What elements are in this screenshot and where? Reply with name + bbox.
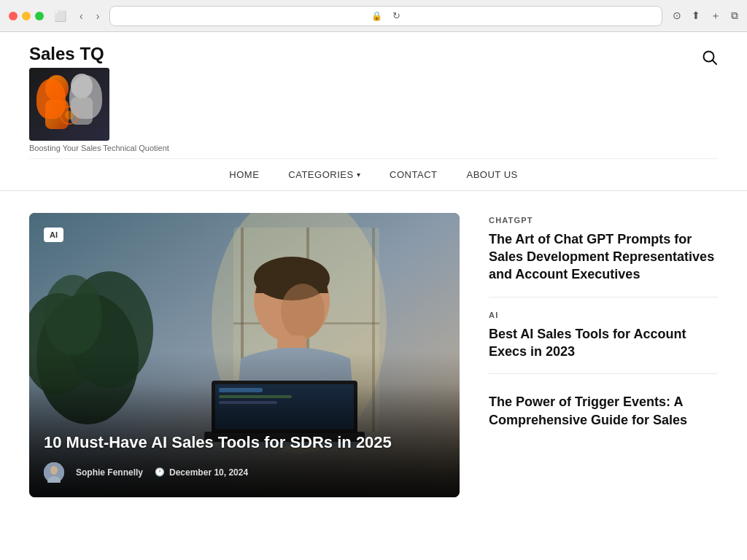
share-icon[interactable]: ⬆ xyxy=(692,9,700,23)
tabs-icon[interactable]: ⧉ xyxy=(731,9,738,23)
article-category-2: AI xyxy=(489,311,718,319)
svg-rect-26 xyxy=(215,384,354,429)
svg-rect-28 xyxy=(219,395,292,398)
svg-rect-0 xyxy=(29,68,109,141)
minimize-button[interactable] xyxy=(22,12,31,20)
back-button[interactable]: ‹ xyxy=(77,9,86,23)
featured-article[interactable]: AI 10 Must-Have AI Sales Tools for SDRs … xyxy=(29,213,460,497)
header-top: Sales TQ xyxy=(29,44,718,152)
article-title-1: The Art of Chat GPT Prompts for Sales De… xyxy=(489,230,718,284)
new-tab-icon[interactable]: ＋ xyxy=(711,9,721,23)
svg-line-8 xyxy=(713,61,717,65)
logo-tagline: Boosting Your Sales Technical Quotient xyxy=(29,144,169,152)
logo-area: Sales TQ xyxy=(29,44,169,152)
reload-icon[interactable]: ↻ xyxy=(392,10,400,21)
traffic-lights xyxy=(9,12,44,20)
sidebar-toggle-button[interactable]: ⬜ xyxy=(51,9,69,23)
forward-button[interactable]: › xyxy=(93,9,103,23)
author-name: Sophie Fennelly xyxy=(76,467,143,478)
date-meta: 🕐 December 10, 2024 xyxy=(155,467,248,478)
site-title[interactable]: Sales TQ xyxy=(29,44,104,65)
article-title-2: Best AI Sales Tools for Account Execs in… xyxy=(489,325,718,361)
svg-point-1 xyxy=(45,75,69,101)
nav-home[interactable]: HOME xyxy=(229,169,259,180)
downloads-icon[interactable]: ⊙ xyxy=(673,9,681,23)
featured-title: 10 Must-Have AI Sales Tools for SDRs in … xyxy=(44,432,392,454)
logo-svg xyxy=(29,68,109,141)
svg-point-32 xyxy=(50,466,58,475)
featured-meta: Sophie Fennelly 🕐 December 10, 2024 xyxy=(44,462,392,483)
sidebar-article-2[interactable]: AI Best AI Sales Tools for Account Execs… xyxy=(489,298,718,375)
security-icon: 🔒 xyxy=(371,11,382,21)
address-bar[interactable]: 🔒 ↻ xyxy=(109,6,662,26)
sidebar-articles: CHATGPT The Art of Chat GPT Prompts for … xyxy=(489,213,718,442)
logo-image[interactable] xyxy=(29,68,109,141)
svg-rect-25 xyxy=(212,381,357,433)
nav-categories[interactable]: CATEGORIES ▾ xyxy=(288,169,360,180)
site-header: Sales TQ xyxy=(0,32,747,191)
site-nav: HOME CATEGORIES ▾ CONTACT ABOUT US xyxy=(29,158,718,190)
main-content: AI 10 Must-Have AI Sales Tools for SDRs … xyxy=(0,191,747,519)
close-button[interactable] xyxy=(9,12,18,20)
svg-point-3 xyxy=(71,74,93,98)
svg-rect-4 xyxy=(71,97,93,125)
site-wrapper: Sales TQ xyxy=(0,32,747,560)
article-title-3: The Power of Trigger Events: A Comprehen… xyxy=(489,393,718,429)
maximize-button[interactable] xyxy=(35,12,44,20)
svg-rect-29 xyxy=(219,401,277,404)
browser-actions: ⊙ ⬆ ＋ ⧉ xyxy=(673,9,738,23)
featured-caption: 10 Must-Have AI Sales Tools for SDRs in … xyxy=(44,432,392,483)
svg-rect-27 xyxy=(219,388,263,392)
browser-chrome: ⬜ ‹ › 🔒 ↻ ⊙ ⬆ ＋ ⧉ xyxy=(0,0,747,32)
nav-about[interactable]: ABOUT US xyxy=(466,169,517,180)
sidebar-article-1[interactable]: CHATGPT The Art of Chat GPT Prompts for … xyxy=(489,213,718,298)
svg-point-6 xyxy=(65,111,74,120)
sidebar-article-3[interactable]: The Power of Trigger Events: A Comprehen… xyxy=(489,374,718,442)
featured-image: AI 10 Must-Have AI Sales Tools for SDRs … xyxy=(29,213,460,497)
featured-badge: AI xyxy=(44,228,63,242)
nav-contact[interactable]: CONTACT xyxy=(390,169,437,180)
article-category-1: CHATGPT xyxy=(489,216,718,225)
clock-icon: 🕐 xyxy=(155,467,165,477)
author-avatar xyxy=(44,462,64,483)
chevron-down-icon: ▾ xyxy=(357,171,361,179)
search-icon[interactable] xyxy=(702,50,718,69)
